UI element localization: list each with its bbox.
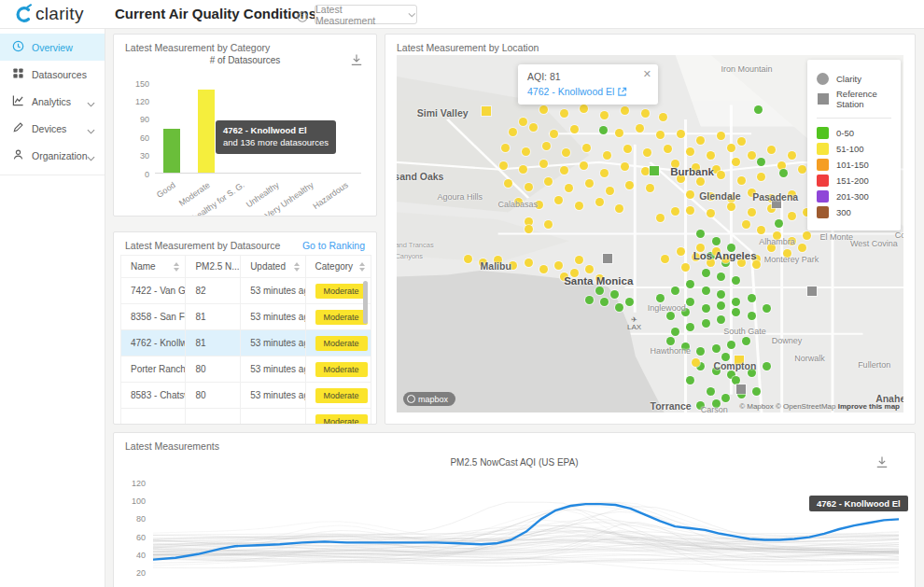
popup-datasource-link[interactable]: 4762 - Knollwood El bbox=[527, 86, 649, 97]
aqi-marker[interactable] bbox=[625, 298, 634, 306]
column-header-0[interactable]: Name bbox=[121, 256, 186, 277]
map[interactable]: Iron MountainSimi Valleysand OaksAgoura … bbox=[397, 55, 903, 412]
aqi-marker[interactable] bbox=[519, 118, 527, 126]
reference-station-marker[interactable] bbox=[736, 384, 746, 394]
aqi-marker[interactable] bbox=[707, 387, 715, 396]
aqi-marker[interactable] bbox=[525, 183, 533, 191]
aqi-marker[interactable] bbox=[727, 203, 735, 211]
bar-moderate[interactable] bbox=[198, 90, 215, 173]
aqi-marker[interactable] bbox=[636, 124, 644, 133]
column-header-2[interactable]: Updated bbox=[241, 256, 305, 277]
table-row[interactable]: 8583 - Chatsw...8053 minutes agoModerate bbox=[121, 383, 371, 409]
aqi-marker[interactable] bbox=[641, 109, 650, 118]
sidebar-item-devices[interactable]: Devices bbox=[0, 115, 105, 142]
aqi-marker[interactable] bbox=[666, 312, 675, 320]
aqi-marker[interactable] bbox=[525, 217, 533, 226]
cell-name[interactable]: 7422 - Van Go... bbox=[121, 278, 186, 303]
aqi-marker[interactable] bbox=[646, 184, 654, 192]
download-icon[interactable] bbox=[350, 53, 363, 70]
table-row[interactable]: 7422 - Van Go...8253 minutes agoModerate bbox=[121, 278, 371, 304]
reference-station-marker[interactable] bbox=[603, 254, 612, 263]
reference-station-marker[interactable] bbox=[807, 287, 817, 296]
measurement-selector[interactable]: Latest Measurement bbox=[315, 5, 417, 24]
aqi-marker[interactable] bbox=[664, 145, 672, 153]
aqi-marker[interactable] bbox=[656, 294, 665, 302]
aqi-marker[interactable] bbox=[737, 137, 746, 146]
aqi-marker[interactable] bbox=[464, 255, 472, 263]
aqi-marker[interactable] bbox=[742, 337, 750, 345]
sidebar-item-datasources[interactable]: Datasources bbox=[0, 61, 105, 88]
aqi-marker[interactable] bbox=[727, 341, 735, 349]
aqi-marker[interactable] bbox=[717, 273, 725, 281]
aqi-marker[interactable] bbox=[560, 166, 568, 175]
column-header-3[interactable]: Category bbox=[306, 256, 371, 277]
reference-station-marker[interactable] bbox=[482, 106, 491, 116]
table-row[interactable]: Porter Ranch ...8053 minutes agoModerate bbox=[121, 356, 371, 383]
aqi-marker[interactable] bbox=[585, 296, 594, 304]
aqi-marker[interactable] bbox=[788, 212, 796, 220]
aqi-marker[interactable] bbox=[595, 198, 604, 206]
sidebar-item-overview[interactable]: Overview bbox=[0, 34, 105, 61]
aqi-marker[interactable] bbox=[775, 219, 783, 228]
aqi-marker[interactable] bbox=[677, 130, 685, 138]
aqi-marker[interactable] bbox=[707, 209, 715, 217]
sort-icon[interactable] bbox=[294, 262, 300, 272]
aqi-marker[interactable] bbox=[779, 169, 788, 177]
aqi-marker[interactable] bbox=[692, 358, 700, 367]
aqi-marker[interactable] bbox=[542, 142, 551, 150]
aqi-marker[interactable] bbox=[727, 144, 735, 152]
aqi-marker[interactable] bbox=[606, 187, 614, 195]
aqi-marker[interactable] bbox=[565, 184, 573, 192]
sort-icon[interactable] bbox=[359, 262, 365, 272]
table-row[interactable]: 4762 - Knollw...8153 minutes agoModerate bbox=[121, 330, 371, 356]
cell-name[interactable]: 8583 - Chatsw... bbox=[121, 383, 186, 408]
aqi-marker[interactable] bbox=[554, 196, 563, 204]
aqi-marker[interactable] bbox=[659, 113, 667, 121]
aqi-marker[interactable] bbox=[712, 344, 721, 353]
aqi-marker[interactable] bbox=[560, 109, 568, 118]
aqi-marker[interactable] bbox=[595, 287, 604, 295]
cell-name[interactable]: 4762 - Knollw... bbox=[121, 330, 186, 356]
aqi-marker[interactable] bbox=[621, 162, 629, 171]
aqi-marker[interactable] bbox=[550, 130, 558, 138]
close-icon[interactable]: ✕ bbox=[643, 68, 651, 80]
improve-map-link[interactable]: Improve this map bbox=[838, 402, 900, 411]
cell-name[interactable] bbox=[121, 409, 186, 425]
aqi-marker[interactable] bbox=[539, 105, 548, 114]
cell-name[interactable]: Porter Ranch ... bbox=[121, 356, 186, 382]
table-scrollbar[interactable] bbox=[363, 281, 368, 324]
sidebar-item-organization[interactable]: Organization bbox=[0, 142, 105, 169]
aqi-marker[interactable] bbox=[748, 208, 756, 217]
aqi-marker[interactable] bbox=[788, 151, 796, 160]
aqi-marker[interactable] bbox=[499, 161, 508, 170]
aqi-marker[interactable] bbox=[717, 171, 725, 179]
mapbox-logo[interactable]: mapbox bbox=[403, 392, 455, 406]
aqi-marker[interactable] bbox=[707, 151, 715, 160]
aqi-marker[interactable] bbox=[600, 298, 609, 306]
sidebar-item-analytics[interactable]: Analytics bbox=[0, 88, 105, 115]
aqi-marker[interactable] bbox=[717, 132, 725, 140]
aqi-marker[interactable] bbox=[717, 315, 725, 324]
download-icon[interactable] bbox=[875, 455, 889, 472]
cell-name[interactable]: 8358 - San Fe... bbox=[121, 304, 186, 329]
aqi-marker[interactable] bbox=[702, 269, 710, 277]
aqi-marker[interactable] bbox=[686, 323, 694, 331]
aqi-marker[interactable] bbox=[754, 105, 763, 114]
aqi-marker[interactable] bbox=[752, 387, 761, 396]
table-row[interactable]: 8358 - San Fe...8153 minutes agoModerate bbox=[121, 304, 371, 330]
aqi-marker[interactable] bbox=[599, 126, 608, 134]
bar-good[interactable] bbox=[163, 129, 180, 173]
sort-icon[interactable] bbox=[174, 262, 179, 272]
aqi-marker[interactable] bbox=[656, 214, 665, 222]
aqi-marker[interactable] bbox=[748, 151, 756, 160]
aqi-marker[interactable] bbox=[600, 169, 609, 177]
column-header-1[interactable]: PM2.5 N... bbox=[186, 256, 241, 277]
aqi-marker[interactable] bbox=[677, 247, 685, 256]
reference-station-marker[interactable] bbox=[650, 166, 659, 175]
aqi-marker[interactable] bbox=[600, 111, 609, 119]
aqi-marker[interactable] bbox=[702, 287, 710, 295]
aqi-marker[interactable] bbox=[748, 294, 756, 302]
aqi-marker[interactable] bbox=[522, 147, 530, 156]
aqi-marker[interactable] bbox=[712, 237, 721, 245]
aqi-marker[interactable] bbox=[625, 181, 634, 189]
